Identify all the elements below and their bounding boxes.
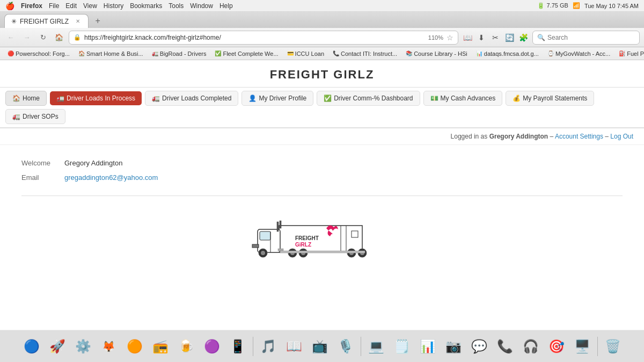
page-content: FREIGHT GIRLZ 🏠 Home 🚛 Driver Loads In P… [0,60,644,330]
logout-link[interactable]: Log Out [610,133,633,140]
bookmark-favicon-9: ⌚ [547,50,554,56]
nav-check-icon: ✅ [324,95,332,102]
nav-driver-loads-in-process-button[interactable]: 🚛 Driver Loads In Process [50,91,142,105]
bookmark-label-2: Smart Home & Busi... [86,50,143,57]
toolbar-icons: 📖 ⬇ ✂ 🔄 🧩 [462,32,529,44]
bookmark-star-icon[interactable]: ☆ [447,33,453,42]
svg-text:FREIGHT: FREIGHT [295,235,319,241]
dock-separator-3 [597,337,598,356]
bookmark-label-7: Course Library - HSi [414,50,467,57]
bookmark-label-9: MyGovWatch - Acc... [555,50,610,57]
download-icon[interactable]: ⬇ [475,32,487,44]
bookmark-label-5: ICCU Loan [295,50,324,57]
screenshot-icon[interactable]: ✂ [489,32,501,44]
nav-comm-dashboard-button[interactable]: ✅ Driver Comm-% Dashboard [317,91,420,106]
dock-tv[interactable]: 📺 [308,335,332,358]
dock-trash[interactable]: 🗑️ [601,335,625,358]
dock-separator-2 [361,337,361,356]
dock-system-prefs[interactable]: ⚙️ [71,335,95,358]
bookmark-mygovwatch[interactable]: ⌚ MyGovWatch - Acc... [544,49,613,58]
dock-app6[interactable]: 💻 [364,335,388,358]
dock-facetime[interactable]: 📞 [493,335,517,358]
dock-finder[interactable]: 🔵 [20,335,43,358]
browser-tab-active[interactable]: ✳ FREIGHT GIRLZ ✕ [4,14,89,28]
nav-home-button[interactable]: 🏠 Home [5,91,47,106]
dock-launchpad[interactable]: 🚀 [46,335,69,358]
zoom-level: 110% [428,34,443,41]
reload-button[interactable]: ↻ [36,31,49,44]
bookmark-iccu[interactable]: 💳 ICCU Loan [284,49,327,58]
dock-app3[interactable]: 🍺 [174,335,198,358]
home-icon: 🏠 [12,95,20,102]
nav-driver-loads-completed-button[interactable]: 🚛 Driver Loads Completed [145,91,238,106]
nav-driver-profile-button[interactable]: 👤 My Driver Profile [241,91,313,106]
menu-edit[interactable]: Edit [65,2,77,10]
bookmark-fuel[interactable]: ⛽ Fuel Prices, Gas Pri... [616,49,644,58]
sync-icon[interactable]: 🔄 [503,32,515,44]
menu-tools[interactable]: Tools [169,2,184,10]
dock-messages[interactable]: 💬 [467,335,491,358]
account-settings-link[interactable]: Account Settings [555,133,605,140]
bookmark-favicon-7: 📚 [406,50,412,56]
menu-file[interactable]: File [49,2,59,10]
menu-view[interactable]: View [83,2,97,10]
bookmark-smarthome[interactable]: 🏠 Smart Home & Busi... [75,49,147,58]
dock-app8[interactable]: 🎯 [545,335,568,358]
bookmark-powerschool[interactable]: 🔴 Powerschool: Forg... [4,49,73,58]
bookmark-fleet[interactable]: ✅ Fleet Complete We... [211,49,281,58]
extensions-icon[interactable]: 🧩 [517,32,529,44]
nav-cash-advances-button[interactable]: 💵 My Cash Advances [423,91,503,106]
dock-app7[interactable]: 🎧 [519,335,543,358]
bookmark-favicon-3: 🚛 [152,50,158,56]
nav-profile-icon: 👤 [248,95,257,102]
bookmark-bigroad[interactable]: 🚛 BigRoad - Drivers [149,49,210,58]
menu-window[interactable]: Window [190,2,213,10]
dock-photos[interactable]: 📷 [442,335,465,358]
svg-point-21 [261,251,265,255]
menu-bookmarks[interactable]: Bookmarks [130,2,162,10]
bookmark-favicon-10: ⛽ [619,50,625,56]
dock-app5[interactable]: 📱 [226,335,250,358]
app-menu-name[interactable]: Firefox [21,2,42,10]
dock-app2[interactable]: 📻 [149,335,172,358]
nav-payroll-icon: 💰 [513,95,521,102]
dock-app9[interactable]: 🖥️ [570,335,594,358]
dock-music[interactable]: 🎵 [257,335,280,358]
address-bar[interactable]: 🔒 https://freightgirlz.knack.com/freight… [69,31,458,45]
nav-sops-button[interactable]: 🚛 Driver SOPs [5,109,65,124]
dock-podcast[interactable]: 🎙️ [334,335,357,358]
search-bar[interactable]: 🔍 [532,31,640,45]
nav-payroll-button[interactable]: 💰 My Payroll Statements [506,91,594,106]
freight-girlz-truck-logo: FREIGHT GiRLZ [247,212,397,266]
macos-dock: 🔵 🚀 ⚙️ 🦊 🟠 📻 🍺 🟣 📱 🎵 📖 📺 🎙️ 💻 🗒️ 📊 📷 💬 📞… [0,330,644,362]
email-value: gregaddington62@yahoo.com [64,170,164,185]
nav-truck-icon-1: 🚛 [56,95,64,102]
bookmark-course[interactable]: 📚 Course Library - HSi [402,49,471,58]
dock-stocks[interactable]: 📊 [416,335,440,358]
bookmark-contact[interactable]: 📞 Contact ITI: Instruct... [330,49,400,58]
bookmark-favicon-6: 📞 [333,50,339,56]
new-tab-button[interactable]: + [91,14,105,28]
dock-app1[interactable]: 🟠 [123,335,147,358]
bookmark-dataqs[interactable]: 📊 dataqs.fmcsa.dot.g... [473,49,542,58]
bookmarks-bar: 🔴 Powerschool: Forg... 🏠 Smart Home & Bu… [0,47,644,60]
tab-title: FREIGHT GIRLZ [20,18,69,25]
back-button[interactable]: ← [4,31,17,44]
menu-help[interactable]: Help [219,2,233,10]
apple-menu[interactable]: 🍎 [5,2,14,10]
dock-books[interactable]: 📖 [282,335,306,358]
search-input[interactable] [547,34,635,41]
email-link[interactable]: gregaddington62@yahoo.com [64,173,158,182]
search-icon: 🔍 [537,34,545,41]
home-button[interactable]: 🏠 [53,31,65,44]
welcome-name-row: Welcome Gregory Addington [21,156,164,170]
bookmark-favicon-1: 🔴 [8,50,14,56]
tab-close-button[interactable]: ✕ [74,18,82,25]
forward-button[interactable]: → [20,31,33,44]
dock-firefox[interactable]: 🦊 [97,335,121,358]
dock-notes[interactable]: 🗒️ [390,335,414,358]
reader-icon[interactable]: 📖 [462,32,473,44]
bookmark-favicon-2: 🏠 [78,50,85,56]
menu-history[interactable]: History [104,2,123,10]
dock-app4[interactable]: 🟣 [200,335,224,358]
